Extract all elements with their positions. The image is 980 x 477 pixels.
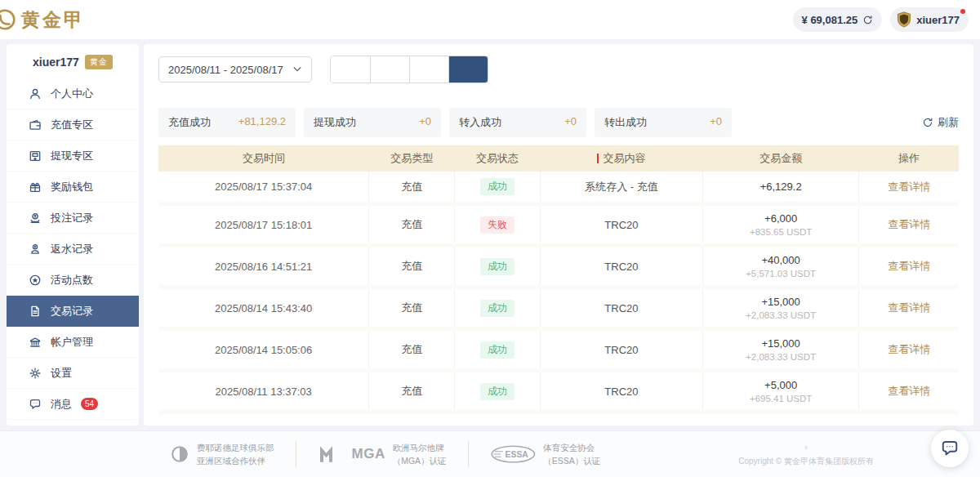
sidebar-item-bet[interactable]: 投注记录 <box>7 203 139 234</box>
sidebar-item-icon <box>29 212 42 225</box>
live-chat-button[interactable] <box>931 430 969 467</box>
header-username: xiuer177 <box>916 14 960 26</box>
status-badge: 成功 <box>480 383 514 400</box>
cell-status: 成功 <box>455 329 541 371</box>
sidebar-item-icon <box>29 274 42 287</box>
stat-value: +0 <box>419 115 431 130</box>
view-details-link[interactable]: 查看详情 <box>888 385 930 397</box>
table-row: 2025/08/16 14:51:21 充值 成功 TRC20 +40,000 … <box>158 246 959 288</box>
cell-type: 充值 <box>369 172 455 204</box>
sidebar-item-label: 消息 <box>51 397 72 412</box>
date-range-select[interactable]: 2025/08/11 - 2025/08/17 <box>158 56 312 82</box>
table-row: 2025/08/14 15:05:06 充值 成功 TRC20 +15,000 … <box>158 329 959 371</box>
cell-amount: +40,000 +5,571.03 USDT <box>702 246 859 288</box>
status-badge: 成功 <box>480 178 514 195</box>
sidebar-item-label: 设置 <box>51 366 72 381</box>
sidebar-item-withdraw[interactable]: 提现专区 <box>7 140 139 172</box>
date-range-value: 2025/08/11 - 2025/08/17 <box>168 64 283 76</box>
sidebar-item-doc[interactable]: 交易记录 <box>7 296 139 327</box>
sidebar-item-icon <box>29 87 42 100</box>
refresh-button[interactable]: 刷新 <box>922 115 959 130</box>
stat-label: 充值成功 <box>168 115 211 130</box>
copyright-text: Copyright © 黄金甲体育集团版权所有 <box>738 456 874 467</box>
cell-amount: +6,000 +835.65 USDT <box>702 204 859 246</box>
balance-pill[interactable]: ¥ 69,081.25 <box>793 7 883 32</box>
summary-stat: 提现成功 +0 <box>304 108 441 137</box>
cell-amount: +15,000 +2,083.33 USDT <box>702 288 859 329</box>
view-details-link[interactable]: 查看详情 <box>888 301 930 314</box>
view-details-link[interactable]: 查看详情 <box>888 260 930 272</box>
cell-type: 充值 <box>369 329 455 371</box>
cell-type: 充值 <box>369 204 455 246</box>
cert-line2: （MGA）认证 <box>393 456 447 466</box>
sidebar-item-label: 活动点数 <box>51 273 93 288</box>
vip-level-badge: 黄金 <box>85 55 113 69</box>
stat-value: +0 <box>710 115 722 130</box>
cell-action: 查看详情 <box>859 172 959 204</box>
stat-value: +0 <box>564 115 577 130</box>
date-filter-tab[interactable] <box>370 56 409 82</box>
table-column-header: 交易时间 <box>158 145 369 172</box>
sidebar-item-label: 投注记录 <box>51 211 93 225</box>
date-filter-tab[interactable] <box>331 56 370 82</box>
cell-content: TRC20 <box>541 246 703 288</box>
amount-main: +6,000 <box>706 212 856 225</box>
table-column-header: 操作 <box>859 145 959 172</box>
cert-line1: 体育安全协会 <box>543 443 595 452</box>
sidebar-item-bank[interactable]: 帐户管理 <box>7 327 139 358</box>
sidebar-item-label: 提现专区 <box>51 149 93 163</box>
sidebar-item-gift[interactable]: 奖励钱包 <box>7 172 139 203</box>
view-details-link[interactable]: 查看详情 <box>888 343 930 355</box>
status-badge: 失败 <box>480 216 514 234</box>
cert-logo-icon <box>170 444 189 464</box>
cell-content: 系统存入 - 充值 <box>541 172 703 204</box>
content-area: xiuer177 黄金 个人中心 充值专区 提现专区 奖励钱包 投注记录 返水记… <box>0 39 980 430</box>
date-filter-tab[interactable] <box>409 56 448 82</box>
amount-main: +15,000 <box>706 296 856 308</box>
date-filter-tab[interactable] <box>448 56 488 82</box>
cell-time: 2025/08/11 13:37:03 <box>158 371 369 412</box>
footer-link-separator: › <box>804 442 808 452</box>
sidebar-item-gear[interactable]: 设置 <box>7 358 139 389</box>
sidebar-item-user[interactable]: 个人中心 <box>7 78 139 109</box>
chat-bubble-icon <box>940 439 960 458</box>
table-row: 2025/08/11 13:37:03 充值 成功 TRC20 +5,000 +… <box>158 371 959 412</box>
sidebar-item-rebate[interactable]: 返水记录 <box>7 234 139 265</box>
summary-stat: 转出成功 +0 <box>595 108 732 137</box>
cell-status: 成功 <box>455 288 541 329</box>
sidebar-item-icon <box>29 149 42 163</box>
view-details-link[interactable]: 查看详情 <box>888 218 930 230</box>
sidebar-item-star[interactable]: 活动点数 <box>7 265 139 296</box>
cell-status: 成功 <box>455 172 541 204</box>
cell-amount: +6,129.2 <box>702 172 859 204</box>
amount-main: +40,000 <box>706 254 856 266</box>
brand-logo-text: 黄金甲 <box>21 7 85 33</box>
amount-usdt: +695.41 USDT <box>706 394 856 403</box>
cert-line2: 亚洲区域合作伙伴 <box>197 456 265 466</box>
user-menu[interactable]: xiuer177 <box>890 7 969 32</box>
view-details-link[interactable]: 查看详情 <box>888 181 930 193</box>
sidebar: xiuer177 黄金 个人中心 充值专区 提现专区 奖励钱包 投注记录 返水记… <box>7 44 139 426</box>
stat-value: +81,129.2 <box>238 115 286 130</box>
sidebar-item-chat[interactable]: 消息 54 <box>7 389 139 420</box>
cell-type: 充值 <box>369 288 455 329</box>
cell-status: 失败 <box>455 204 541 246</box>
cell-time: 2025/08/16 14:51:21 <box>158 246 369 288</box>
cell-time: 2025/08/17 15:18:01 <box>158 204 369 246</box>
amount-usdt: +2,083.33 USDT <box>706 352 856 362</box>
cell-time: 2025/08/14 15:05:06 <box>158 329 369 371</box>
cell-content: TRC20 <box>541 371 703 412</box>
cell-action: 查看详情 <box>859 204 959 246</box>
sidebar-item-label: 交易记录 <box>51 304 93 319</box>
cell-content: TRC20 <box>541 288 703 329</box>
balance-refresh-icon[interactable] <box>862 15 873 25</box>
sidebar-item-wallet[interactable]: 充值专区 <box>7 109 139 140</box>
table-row: 2025/08/17 15:18:01 充值 失败 TRC20 +6,000 +… <box>158 204 959 246</box>
footer: 费耶诺德足球俱乐部亚洲区域合作伙伴 MGA 欧洲马尔他牌（MGA）认证 ESSA… <box>0 430 980 477</box>
table-column-header: 交易金额 <box>702 145 859 172</box>
sidebar-item-label: 奖励钱包 <box>51 180 93 194</box>
brand-logo-icon <box>0 7 17 32</box>
table-column-header: 交易内容 <box>541 145 703 172</box>
brand-logo[interactable]: 黄金甲 <box>0 7 85 33</box>
cell-content: TRC20 <box>541 204 703 246</box>
